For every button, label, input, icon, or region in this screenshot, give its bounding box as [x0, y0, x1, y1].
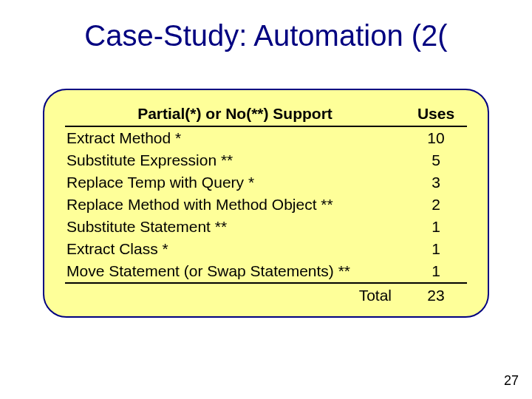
table-header-row: Partial(*) or No(**) Support Uses: [65, 102, 467, 126]
col-header-support: Partial(*) or No(**) Support: [65, 102, 405, 126]
cell-uses: 1: [405, 238, 467, 260]
cell-uses: 3: [405, 171, 467, 194]
page-title: Case-Study: Automation (2(: [0, 19, 532, 52]
content-panel: Partial(*) or No(**) Support Uses Extrac…: [43, 89, 489, 318]
cell-uses: 2: [405, 194, 467, 216]
table-row: Extract Method * 10: [65, 126, 467, 149]
total-value: 23: [405, 283, 467, 307]
table-row: Replace Temp with Query * 3: [65, 171, 467, 194]
cell-uses: 10: [405, 126, 467, 149]
table-row: Extract Class * 1: [65, 238, 467, 260]
cell-name: Substitute Expression **: [65, 149, 405, 171]
cell-name: Move Statement (or Swap Statements) **: [65, 260, 405, 283]
table-row: Substitute Statement ** 1: [65, 216, 467, 238]
table-row: Move Statement (or Swap Statements) ** 1: [65, 260, 467, 283]
cell-name: Substitute Statement **: [65, 216, 405, 238]
cell-uses: 1: [405, 216, 467, 238]
cell-uses: 5: [405, 149, 467, 171]
total-label: Total: [65, 283, 405, 307]
slide: Case-Study: Automation (2( Partial(*) or…: [0, 0, 532, 399]
cell-name: Extract Class *: [65, 238, 405, 260]
page-number: 27: [504, 373, 519, 389]
table-row: Replace Method with Method Object ** 2: [65, 194, 467, 216]
cell-uses: 1: [405, 260, 467, 283]
cell-name: Extract Method *: [65, 126, 405, 149]
col-header-uses: Uses: [405, 102, 467, 126]
table-row: Substitute Expression ** 5: [65, 149, 467, 171]
cell-name: Replace Temp with Query *: [65, 171, 405, 194]
support-table: Partial(*) or No(**) Support Uses Extrac…: [65, 102, 467, 307]
table-total-row: Total 23: [65, 283, 467, 307]
cell-name: Replace Method with Method Object **: [65, 194, 405, 216]
